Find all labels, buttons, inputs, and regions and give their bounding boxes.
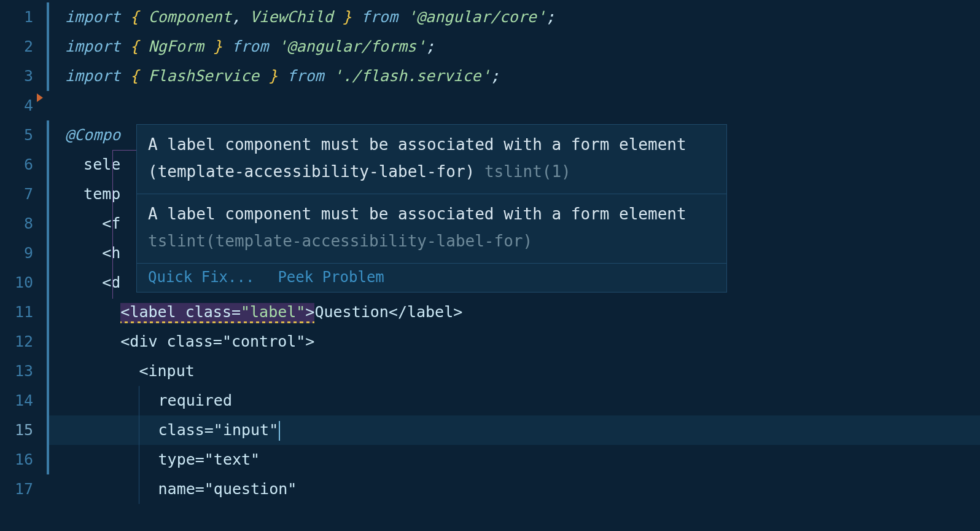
line-number: 15 bbox=[0, 415, 48, 445]
code-line[interactable]: <input bbox=[48, 356, 980, 386]
line-number: 9 bbox=[0, 238, 48, 268]
code-line[interactable]: type="text" bbox=[48, 445, 980, 474]
code-line-active[interactable]: class="input" bbox=[48, 415, 980, 445]
line-number: 10 bbox=[0, 268, 48, 297]
text-cursor bbox=[279, 421, 280, 441]
code-line[interactable]: import { Component, ViewChild } from '@a… bbox=[48, 2, 980, 32]
diagnostic-message: A label component must be associated wit… bbox=[137, 194, 726, 264]
diagnostic-text: A label component must be associated wit… bbox=[148, 205, 686, 223]
diagnostic-source: tslint(template-accessibility-label-for) bbox=[148, 232, 532, 250]
line-number: 6 bbox=[0, 150, 48, 179]
line-number: 14 bbox=[0, 386, 48, 415]
line-number: 5 bbox=[0, 120, 48, 150]
line-number: 13 bbox=[0, 356, 48, 386]
code-line[interactable]: <div class="control"> bbox=[48, 327, 980, 356]
code-line[interactable]: import { FlashService } from './flash.se… bbox=[48, 61, 980, 91]
line-number: 2 bbox=[0, 32, 48, 61]
code-line[interactable]: <label class="label">Question</label> bbox=[48, 297, 980, 327]
diagnostic-actions: Quick Fix... Peek Problem bbox=[137, 264, 726, 292]
quick-fix-button[interactable]: Quick Fix... bbox=[148, 269, 254, 286]
lint-warning-span[interactable]: <label class="label"> bbox=[120, 303, 314, 323]
line-number: 16 bbox=[0, 445, 48, 474]
line-number-gutter: 1 2 3 4 5 6 7 8 9 10 11 12 13 14 15 16 1… bbox=[0, 0, 48, 531]
line-number: 1 bbox=[0, 2, 48, 32]
line-number: 8 bbox=[0, 209, 48, 238]
code-line[interactable]: import { NgForm } from '@angular/forms'; bbox=[48, 32, 980, 61]
line-number: 3 bbox=[0, 61, 48, 91]
modified-indicator bbox=[47, 2, 49, 91]
line-number: 17 bbox=[0, 474, 48, 504]
fold-indicator-icon[interactable] bbox=[37, 93, 43, 102]
line-number: 7 bbox=[0, 179, 48, 209]
diagnostic-hover-popup: A label component must be associated wit… bbox=[136, 124, 727, 293]
line-number: 12 bbox=[0, 327, 48, 356]
modified-indicator bbox=[47, 120, 49, 474]
diagnostic-source: tslint(1) bbox=[484, 162, 571, 181]
line-number: 11 bbox=[0, 297, 48, 327]
peek-problem-button[interactable]: Peek Problem bbox=[278, 269, 384, 286]
code-line[interactable]: required bbox=[48, 386, 980, 415]
diagnostic-text: A label component must be associated wit… bbox=[148, 135, 686, 181]
diagnostic-message: A label component must be associated wit… bbox=[137, 125, 726, 194]
code-line[interactable]: name="question" bbox=[48, 474, 980, 504]
code-line[interactable] bbox=[48, 91, 980, 120]
